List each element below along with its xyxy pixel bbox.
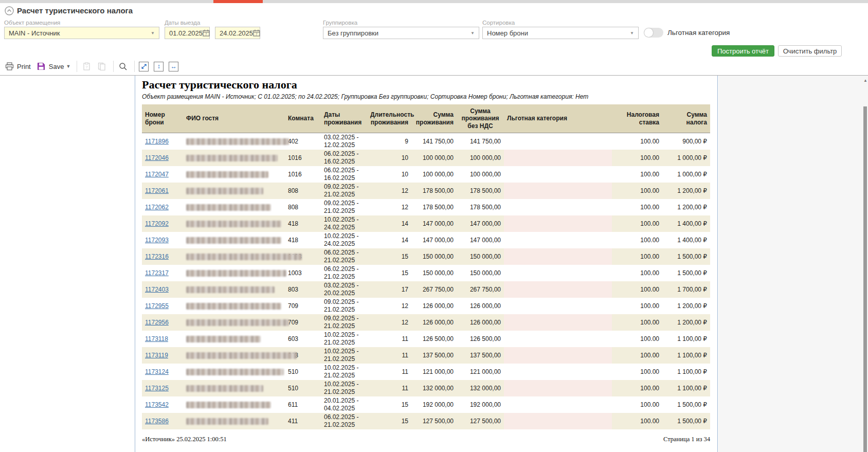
col-amount: Сумма проживания <box>411 104 457 133</box>
tax-sum-cell: 1 100,00 ₽ <box>662 364 710 380</box>
amount-no-vat-cell: 192 000,00 <box>457 396 504 413</box>
search-button[interactable] <box>118 61 128 71</box>
build-report-button[interactable]: Построить отчёт <box>712 45 774 57</box>
booking-link[interactable]: 1172046 <box>145 154 169 161</box>
fit-width-button[interactable]: ↔ <box>169 62 178 71</box>
room-cell: 803 <box>285 281 321 298</box>
tax-sum-cell: 900,00 ₽ <box>662 133 710 150</box>
grouping-value: Без группировки <box>328 29 378 37</box>
toolbar-separator <box>113 61 114 72</box>
tax-sum-cell: 1 200,00 ₽ <box>662 183 710 199</box>
scrollbar-thumb[interactable] <box>863 106 867 452</box>
sorting-label: Сортировка <box>482 20 639 26</box>
dates-cell: 10.02.2025 -24.02.2025 <box>321 215 367 232</box>
guest-name-redacted <box>186 138 289 145</box>
fit-height-button[interactable]: ↕ <box>154 62 164 71</box>
save-floppy-icon <box>36 61 46 71</box>
booking-link[interactable]: 1172316 <box>145 253 169 260</box>
booking-link[interactable]: 1173542 <box>145 401 169 408</box>
save-button[interactable]: Save ▼ <box>36 61 71 71</box>
booking-link[interactable]: 1172092 <box>145 220 169 227</box>
report-footer-source: «Источник» 25.02.2025 1:00:51 <box>142 436 227 443</box>
booking-link[interactable]: 1173586 <box>145 418 169 425</box>
booking-link[interactable]: 1173124 <box>145 368 169 375</box>
nights-cell: 14 <box>367 215 411 232</box>
toggle-knob[interactable] <box>644 28 653 37</box>
tax-sum-cell: 1 500,00 ₽ <box>662 248 710 265</box>
zoom-page-button[interactable]: ⤢ <box>139 62 149 71</box>
benefit-cell <box>504 281 612 298</box>
nights-cell: 12 <box>367 298 411 314</box>
booking-link[interactable]: 1173118 <box>145 335 168 342</box>
tax-rate-cell: 100.00 <box>612 281 662 298</box>
date-from-input[interactable]: 01.02.2025 7 <box>165 27 210 39</box>
room-cell: 611 <box>285 396 321 413</box>
page-setup-button[interactable]: ? <box>81 61 92 71</box>
amount-cell: 141 750,00 <box>411 133 457 150</box>
nights-cell: 15 <box>367 248 411 265</box>
amount-cell: 100 000,00 <box>411 166 457 183</box>
svg-text:7: 7 <box>256 32 258 36</box>
collapse-panel-icon[interactable] <box>5 6 14 15</box>
copy-pages-icon <box>97 61 107 71</box>
booking-link[interactable]: 1172317 <box>145 269 169 277</box>
vertical-scrollbar[interactable]: ▲ <box>863 77 868 452</box>
nights-cell: 11 <box>367 380 411 396</box>
fit-height-icon: ↕ <box>154 62 164 71</box>
booking-link[interactable]: 1172061 <box>145 187 169 194</box>
toggle-track[interactable] <box>644 28 663 38</box>
booking-link[interactable]: 1172403 <box>145 286 169 293</box>
scroll-up-arrow-icon[interactable]: ▲ <box>863 77 868 85</box>
tax-rate-cell: 100.00 <box>612 298 662 314</box>
report-title: Расчет туристического налога <box>142 78 717 92</box>
tax-rate-cell: 100.00 <box>612 396 662 413</box>
save-label: Save <box>49 63 64 70</box>
print-label: Print <box>17 63 31 70</box>
room-cell: 1003 <box>285 265 321 281</box>
date-to-input[interactable]: 24.02.2025 7 <box>215 27 260 39</box>
calendar-icon[interactable]: 7 <box>253 29 260 37</box>
amount-no-vat-cell: 126 500,00 <box>457 331 504 347</box>
svg-text:7: 7 <box>205 32 207 36</box>
table-row: 117240380303.02.2025 -20.02.202517267 75… <box>142 281 710 298</box>
calendar-icon[interactable]: 7 <box>203 29 210 37</box>
print-button[interactable]: Print <box>4 61 31 71</box>
tax-rate-cell: 100.00 <box>612 183 662 199</box>
booking-link[interactable]: 1172955 <box>145 302 169 310</box>
booking-link[interactable]: 1173119 <box>145 352 168 359</box>
booking-link[interactable]: 1172956 <box>145 319 169 326</box>
sorting-select[interactable]: Номер брони ▼ <box>482 27 639 39</box>
booking-link[interactable]: 1173125 <box>145 385 169 392</box>
nights-cell: 15 <box>367 265 411 281</box>
tax-rate-cell: 100.00 <box>612 380 662 396</box>
benefit-cell <box>504 215 612 232</box>
page-title: Расчет туристического налога <box>17 6 133 15</box>
tax-rate-cell: 100.00 <box>612 314 662 331</box>
table-row: 117206280809.02.2025 -21.02.202512178 50… <box>142 199 710 215</box>
guest-name-redacted <box>186 254 302 260</box>
table-row: 117312451010.02.2025 -21.02.202511121 00… <box>142 364 710 380</box>
placement-select[interactable]: MAIN - Источник ▼ <box>4 27 159 39</box>
room-cell: 1016 <box>285 150 321 166</box>
booking-link[interactable]: 1172062 <box>145 204 169 211</box>
nights-cell: 15 <box>367 413 411 429</box>
booking-link[interactable]: 1172047 <box>145 171 169 178</box>
benefit-cell <box>504 265 612 281</box>
copy-pages-button[interactable] <box>97 61 107 71</box>
amount-cell: 126 000,00 <box>411 298 457 314</box>
benefit-category-toggle[interactable]: Льготная категория <box>644 28 730 38</box>
clear-filter-button[interactable]: Очистить фильтр <box>778 45 842 57</box>
guest-name-redacted <box>186 303 281 310</box>
tax-sum-cell: 1 200,00 ₽ <box>662 298 710 314</box>
benefit-cell <box>504 314 612 331</box>
amount-no-vat-cell: 178 500,00 <box>457 199 504 215</box>
dates-cell: 10.02.2025 -21.02.2025 <box>321 331 367 347</box>
table-row: 1172317100306.02.2025 -21.02.202515150 0… <box>142 265 710 281</box>
guest-name-redacted <box>186 418 268 425</box>
booking-link[interactable]: 1171896 <box>145 138 169 145</box>
grouping-select[interactable]: Без группировки ▼ <box>323 27 479 39</box>
booking-link[interactable]: 1172093 <box>145 237 169 244</box>
benefit-cell <box>504 413 612 429</box>
dates-cell: 06.02.2025 -16.02.2025 <box>321 166 367 183</box>
placement-value: MAIN - Источник <box>9 29 60 37</box>
